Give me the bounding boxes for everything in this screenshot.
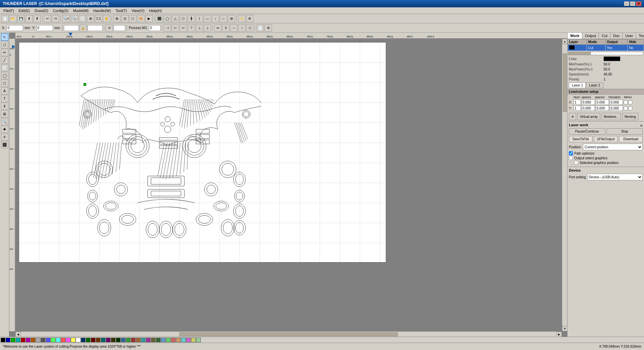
swatch-white[interactable]: [76, 338, 80, 342]
page-btn[interactable]: 📄: [257, 24, 264, 32]
lc-x-space2[interactable]: [596, 100, 609, 105]
swatch-salmon[interactable]: [171, 338, 176, 342]
export-button[interactable]: ⬆: [33, 15, 41, 22]
mirror-h-btn[interactable]: ↔: [230, 24, 237, 32]
laser-btn[interactable]: ⚡: [238, 15, 246, 22]
swatch-palegreen[interactable]: [196, 338, 201, 342]
lc-x-space1[interactable]: [582, 100, 595, 105]
lc-x-h-mirror[interactable]: [624, 100, 628, 105]
zoom-select-button[interactable]: ⊞: [87, 15, 94, 22]
path-optimize-checkbox[interactable]: [569, 151, 573, 155]
color-value[interactable]: [604, 56, 620, 61]
scroll-thumb-h[interactable]: [179, 332, 398, 336]
laser1-tab[interactable]: Laser 1: [569, 82, 586, 88]
grid-button[interactable]: ⊞: [113, 15, 121, 22]
settings-btn[interactable]: ⚙: [265, 24, 272, 32]
bestrew-button[interactable]: Bestrew...: [602, 113, 621, 120]
tool4-button[interactable]: ⬠: [180, 15, 187, 22]
swatch-green[interactable]: [51, 338, 55, 342]
menu-help[interactable]: Help(H): [147, 8, 164, 13]
tool6-button[interactable]: |: [196, 15, 203, 22]
swatch-darkforest[interactable]: [116, 338, 121, 342]
scroll-thumb-v[interactable]: [563, 53, 567, 112]
zoom-all-button[interactable]: ⬜: [79, 15, 86, 22]
text-tool[interactable]: A: [1, 87, 8, 95]
layer-scroll-thumb[interactable]: [569, 52, 591, 55]
distribute-v-btn[interactable]: ⇕: [222, 24, 229, 32]
zoom-out-button[interactable]: 🔍-: [71, 15, 78, 22]
angle-input[interactable]: [114, 25, 125, 31]
tab-doc[interactable]: Doc: [610, 33, 623, 39]
swatch-steelteal[interactable]: [141, 338, 146, 342]
tool7-button[interactable]: —: [204, 15, 211, 22]
process-input[interactable]: [149, 25, 161, 31]
mirror-v-btn[interactable]: ↕: [238, 24, 246, 32]
ufile-output-button[interactable]: UFileOutput: [594, 136, 618, 142]
line-tool[interactable]: ╱: [1, 56, 8, 64]
swatch-navy[interactable]: [81, 338, 86, 342]
scroll-up-arrow[interactable]: ▲: [562, 39, 567, 44]
snap-button[interactable]: ⊡: [121, 15, 129, 22]
close-button[interactable]: ✕: [636, 1, 641, 6]
lc-x-num[interactable]: [574, 100, 581, 105]
layer-scrollbar[interactable]: [568, 52, 643, 55]
pen-tool[interactable]: ✏: [1, 49, 8, 56]
swatch-darkcyan[interactable]: [16, 338, 20, 342]
swatch-blue[interactable]: [46, 338, 50, 342]
open-button[interactable]: 📂: [9, 15, 17, 22]
swatch-maroon[interactable]: [91, 338, 96, 342]
node-button[interactable]: ⬡: [129, 15, 137, 22]
swatch-lightgray[interactable]: [36, 338, 40, 342]
swatch-brown[interactable]: [96, 338, 101, 342]
rotate-btn[interactable]: ↺: [106, 24, 113, 32]
code-tool[interactable]: Ⅱ: [1, 103, 8, 110]
swatch-darkyellow[interactable]: [31, 338, 35, 342]
measure-tool[interactable]: T: [1, 95, 8, 102]
flip-btn[interactable]: ⬡: [246, 24, 254, 32]
lc-x-xloc[interactable]: [610, 100, 623, 105]
align-top-btn[interactable]: ⊤: [188, 24, 195, 32]
scroll-left-arrow[interactable]: ◀: [15, 332, 21, 337]
swatch-darkblue[interactable]: [6, 338, 10, 342]
download-button[interactable]: Download: [619, 136, 643, 142]
stop-button[interactable]: Stop: [607, 128, 643, 135]
menu-view[interactable]: View(V): [130, 8, 146, 13]
num-tool[interactable]: #: [1, 133, 8, 141]
lc-y-space1[interactable]: [582, 106, 595, 111]
swatch-darkred[interactable]: [21, 338, 25, 342]
align-bottom-btn[interactable]: ⊥: [204, 24, 211, 32]
lc-y-v-mirror[interactable]: [628, 106, 632, 111]
swatch-purple[interactable]: [106, 338, 111, 342]
width-input[interactable]: [64, 25, 79, 31]
lc-y-h-mirror[interactable]: [624, 106, 628, 111]
height-input[interactable]: [88, 25, 103, 31]
swatch-khaki[interactable]: [151, 338, 156, 342]
align-center-btn[interactable]: ⊢: [172, 24, 179, 32]
swatch-red[interactable]: [61, 338, 65, 342]
tab-work[interactable]: Work: [568, 33, 582, 39]
array-tool[interactable]: ⊞: [1, 110, 8, 118]
polygon-tool[interactable]: ⬠: [1, 79, 8, 87]
tab-user[interactable]: User: [623, 33, 636, 39]
tool1-button[interactable]: ⬛: [156, 15, 163, 22]
swatch-lightgreen[interactable]: [166, 338, 171, 342]
swatch-paleyellow[interactable]: [191, 338, 196, 342]
y-input[interactable]: [36, 25, 53, 31]
lc-y-xloc[interactable]: [610, 106, 623, 111]
tab-test[interactable]: Test: [636, 33, 644, 39]
menu-model[interactable]: Model(M): [71, 8, 91, 13]
tab-cut[interactable]: Cut: [599, 33, 610, 39]
save-to-file-button[interactable]: SaveToFile: [569, 136, 593, 142]
new-button[interactable]: 📄: [1, 15, 9, 22]
minimize-button[interactable]: ─: [624, 1, 629, 6]
menu-file[interactable]: File(F): [1, 8, 16, 13]
device-select[interactable]: Device---(USB:Auto) Device---(COM1) Devi…: [587, 174, 643, 180]
preview-button[interactable]: ▶: [145, 15, 153, 22]
swatch-darkmagenta[interactable]: [26, 338, 30, 342]
node-tool[interactable]: ⬡: [1, 41, 8, 48]
tool3-button[interactable]: △: [172, 15, 179, 22]
virtual-array-button[interactable]: Virtual array: [578, 113, 600, 120]
rect-tool[interactable]: ⬜: [1, 64, 8, 71]
zoom-in-button[interactable]: 🔍+: [62, 15, 70, 22]
lc-y-space2[interactable]: [596, 106, 609, 111]
